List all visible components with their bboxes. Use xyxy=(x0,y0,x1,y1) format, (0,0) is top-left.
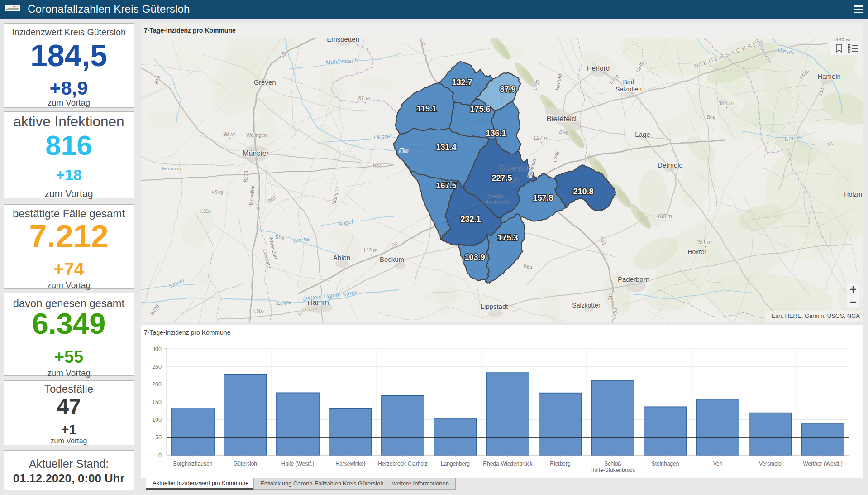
svg-text:Bad: Bad xyxy=(623,78,634,86)
svg-text:250: 250 xyxy=(152,364,162,370)
svg-text:-denbrück: -denbrück xyxy=(483,199,509,206)
svg-text:0: 0 xyxy=(158,452,162,459)
svg-text:157.8: 157.8 xyxy=(533,193,553,202)
svg-text:Herford: Herford xyxy=(587,64,610,72)
svg-text:Beckum: Beckum xyxy=(380,255,404,263)
svg-text:Paderborn: Paderborn xyxy=(618,275,649,283)
svg-text:175.3: 175.3 xyxy=(497,233,518,242)
svg-text:Esri, HERE, Garmin, USGS, NGA: Esri, HERE, Garmin, USGS, NGA xyxy=(772,312,860,319)
svg-text:175.6: 175.6 xyxy=(470,105,490,114)
svg-text:Em: Em xyxy=(399,147,408,154)
svg-text:Rheda-: Rheda- xyxy=(485,192,505,199)
svg-text:Hameln: Hameln xyxy=(817,72,841,80)
svg-text:112 m: 112 m xyxy=(363,247,377,254)
svg-text:Kreis Gütersloh: Kreis Gütersloh xyxy=(7,9,18,10)
svg-text:50: 50 xyxy=(155,434,162,441)
svg-text:300: 300 xyxy=(152,346,162,352)
svg-text:Langenberg: Langenberg xyxy=(441,461,470,467)
svg-text:100: 100 xyxy=(152,417,162,423)
svg-text:Detmold: Detmold xyxy=(658,161,683,169)
svg-text:Borgholzhausen: Borgholzhausen xyxy=(173,461,213,467)
svg-text:Temming: Temming xyxy=(161,166,181,171)
svg-text:351 m: 351 m xyxy=(696,239,711,245)
svg-text:Lippe: Lippe xyxy=(277,298,291,307)
svg-text:98 m: 98 m xyxy=(223,131,235,137)
svg-text:227.5: 227.5 xyxy=(491,173,512,183)
svg-text:Münster: Münster xyxy=(243,149,269,157)
svg-text:232.1: 232.1 xyxy=(460,215,481,224)
svg-text:L813: L813 xyxy=(607,292,613,303)
svg-text:132.7: 132.7 xyxy=(452,78,472,87)
svg-text:Rietberg: Rietberg xyxy=(550,461,570,467)
svg-text:B66: B66 xyxy=(706,114,716,120)
svg-text:L551: L551 xyxy=(200,208,212,214)
svg-text:Harsewinkel: Harsewinkel xyxy=(335,461,365,467)
svg-text:Rheda-Wiedenbrück: Rheda-Wiedenbrück xyxy=(483,461,533,467)
svg-text:Gütersloh: Gütersloh xyxy=(499,164,530,172)
svg-text:103.9: 103.9 xyxy=(464,253,485,262)
svg-text:Höxter: Höxter xyxy=(687,248,706,255)
svg-text:B58: B58 xyxy=(275,234,285,240)
svg-text:210.8: 210.8 xyxy=(573,187,593,196)
svg-text:Salzuflen: Salzuflen xyxy=(615,86,642,93)
svg-text:Versmold: Versmold xyxy=(759,461,782,467)
svg-text:Werther (Westf.): Werther (Westf.) xyxy=(803,461,843,467)
svg-text:127 m: 127 m xyxy=(533,135,548,141)
svg-text:Hessel: Hessel xyxy=(373,133,392,141)
svg-text:Gütersloh: Gütersloh xyxy=(234,461,257,467)
svg-text:61 m: 61 m xyxy=(358,95,371,101)
svg-text:Lage: Lage xyxy=(635,130,650,138)
svg-text:Lippstadt: Lippstadt xyxy=(481,303,509,310)
svg-text:200: 200 xyxy=(152,381,162,388)
svg-text:Holzm: Holzm xyxy=(844,191,862,198)
svg-text:Walingen: Walingen xyxy=(246,132,267,138)
svg-text:Verl: Verl xyxy=(713,461,723,467)
svg-text:Schloß: Schloß xyxy=(604,461,621,467)
svg-text:Emsdetten: Emsdetten xyxy=(327,38,359,43)
svg-text:460 m: 460 m xyxy=(657,213,672,220)
svg-text:L507: L507 xyxy=(253,308,265,314)
svg-text:Herzebrock-Clarholz: Herzebrock-Clarholz xyxy=(378,461,427,467)
svg-text:Ahlen: Ahlen xyxy=(333,254,350,261)
svg-text:Holte-Stukenbrock: Holte-Stukenbrock xyxy=(591,467,636,473)
svg-text:131.4: 131.4 xyxy=(436,143,456,152)
svg-text:Greven: Greven xyxy=(253,78,276,86)
svg-text:119.1: 119.1 xyxy=(417,104,437,113)
svg-text:167.5: 167.5 xyxy=(436,181,456,190)
svg-text:Bielefeld: Bielefeld xyxy=(546,115,576,123)
svg-text:388 m: 388 m xyxy=(718,100,733,106)
svg-text:Steinhagen: Steinhagen xyxy=(652,461,679,467)
svg-text:Salzkotten: Salzkotten xyxy=(572,302,601,309)
svg-text:150: 150 xyxy=(152,399,162,405)
svg-text:87.9: 87.9 xyxy=(500,85,515,94)
svg-text:136.1: 136.1 xyxy=(486,129,506,138)
svg-text:B219: B219 xyxy=(243,170,249,183)
svg-text:Halle (Westf.): Halle (Westf.) xyxy=(281,461,314,467)
